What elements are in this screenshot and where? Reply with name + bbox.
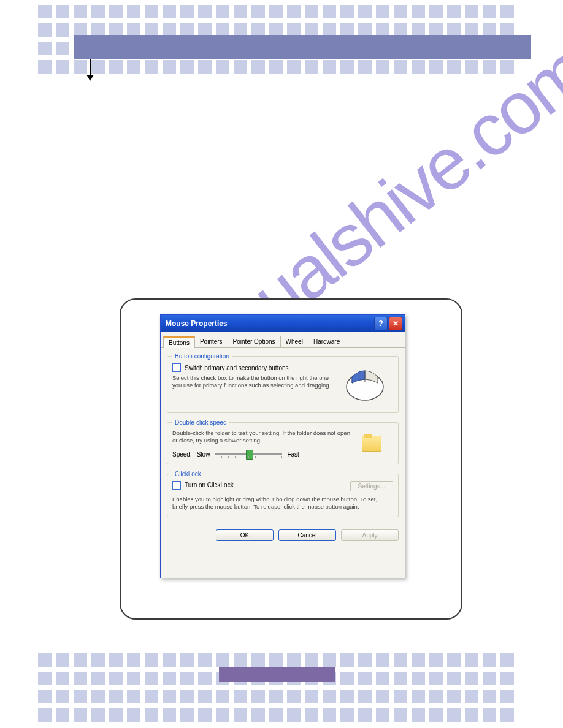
dialog-footer: OK Cancel Apply <box>161 526 405 547</box>
bg-squares-top-1 <box>38 5 514 18</box>
dialog-body: Button configuration Switch primary and … <box>161 348 405 526</box>
tab-wheel[interactable]: Wheel <box>280 336 308 347</box>
button-configuration-group: Button configuration Switch primary and … <box>167 353 399 413</box>
header-arrow-head <box>86 75 94 81</box>
bg-squares-bot-4 <box>38 708 514 722</box>
clicklock-description: Enables you to highlight or drag without… <box>172 496 393 511</box>
tab-buttons[interactable]: Buttons <box>163 336 195 348</box>
speed-label: Speed: <box>172 451 192 458</box>
ok-button[interactable]: OK <box>216 529 274 541</box>
double-click-description: Double-click the folder to test your set… <box>172 430 350 445</box>
double-click-speed-group: Double-click speed Double-click the fold… <box>167 419 399 464</box>
help-button[interactable]: ? <box>374 317 388 330</box>
dialog-title: Mouse Properties <box>166 319 373 328</box>
tab-hardware[interactable]: Hardware <box>308 336 345 347</box>
page-number-box <box>219 667 335 682</box>
apply-button: Apply <box>341 529 399 541</box>
switch-buttons-checkbox-row[interactable]: Switch primary and secondary buttons <box>172 363 337 372</box>
close-button[interactable]: ✕ <box>389 317 402 330</box>
speed-slider[interactable] <box>215 453 282 455</box>
tab-pointers[interactable]: Pointers <box>194 336 228 347</box>
dialog-titlebar[interactable]: Mouse Properties ? ✕ <box>161 315 405 332</box>
bg-squares-bot-3 <box>38 690 514 703</box>
slow-label: Slow <box>197 451 210 458</box>
clicklock-checkbox[interactable] <box>172 481 181 490</box>
cancel-button[interactable]: Cancel <box>278 529 336 541</box>
test-folder-icon[interactable] <box>362 436 381 452</box>
tab-strip: Buttons Pointers Pointer Options Wheel H… <box>161 332 405 348</box>
clicklock-label: Turn on ClickLock <box>185 482 234 488</box>
mouse-icon <box>340 366 390 404</box>
header-bar <box>74 35 531 59</box>
tab-pointer-options[interactable]: Pointer Options <box>228 336 281 347</box>
bg-squares-bot-1 <box>38 653 514 667</box>
button-configuration-description: Select this check box to make the button… <box>172 374 337 390</box>
clicklock-group: ClickLock Turn on ClickLock Settings... … <box>167 471 399 518</box>
double-click-speed-legend: Double-click speed <box>172 419 229 426</box>
button-configuration-legend: Button configuration <box>172 353 232 360</box>
bg-squares-top-4 <box>38 60 514 74</box>
clicklock-legend: ClickLock <box>172 471 204 477</box>
switch-buttons-checkbox[interactable] <box>172 363 181 372</box>
mouse-properties-dialog: Mouse Properties ? ✕ Buttons Pointers Po… <box>160 314 405 578</box>
switch-buttons-label: Switch primary and secondary buttons <box>185 365 289 371</box>
header-arrow-stem <box>90 59 91 77</box>
fast-label: Fast <box>287 451 299 458</box>
clicklock-settings-button: Settings... <box>350 481 393 491</box>
clicklock-checkbox-row[interactable]: Turn on ClickLock <box>172 481 350 490</box>
